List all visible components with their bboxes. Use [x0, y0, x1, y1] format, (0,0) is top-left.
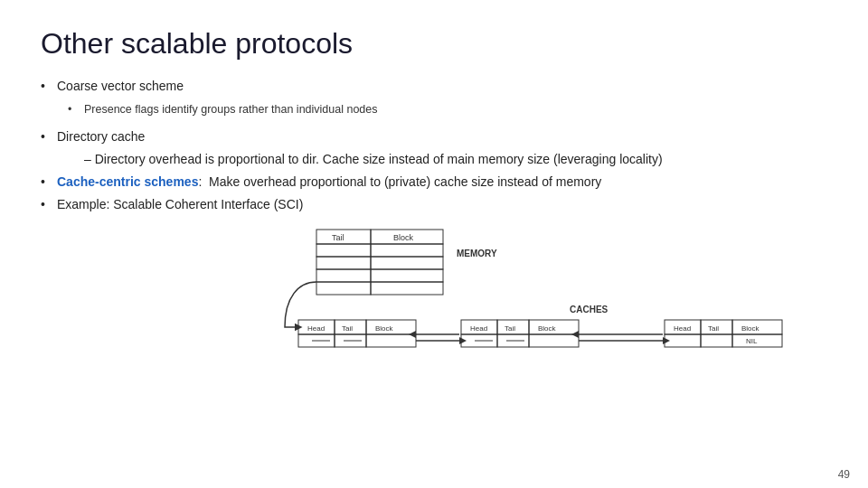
slide-title: Other scalable protocols — [41, 27, 827, 61]
svg-rect-33 — [529, 334, 579, 347]
bullet-marker-1a: • — [68, 101, 84, 118]
bullet-marker-1: • — [41, 77, 57, 96]
svg-marker-51 — [663, 337, 670, 344]
svg-text:Head: Head — [307, 324, 325, 333]
svg-rect-44 — [732, 334, 782, 347]
bullet-presence-flags-text: Presence flags identify groups rather th… — [84, 101, 378, 118]
svg-text:Tail: Tail — [505, 324, 515, 333]
bullet-cache-centric: • Cache-centric schemes: Make overhead p… — [41, 173, 827, 192]
indent-directory-overhead: – Directory overhead is proportional to … — [84, 150, 827, 169]
svg-text:Tail: Tail — [708, 324, 719, 333]
bullet-directory-cache-text: Directory cache — [57, 127, 145, 146]
svg-rect-7 — [371, 257, 443, 269]
svg-rect-22 — [366, 334, 416, 347]
svg-marker-49 — [409, 331, 416, 338]
svg-text:Block: Block — [375, 324, 394, 333]
bullet-directory-cache: • Directory cache — [41, 127, 827, 146]
svg-rect-8 — [316, 269, 371, 282]
svg-marker-47 — [459, 337, 467, 344]
bullet-marker-4: • — [41, 195, 57, 214]
svg-rect-9 — [371, 269, 443, 282]
svg-rect-4 — [316, 244, 371, 257]
svg-rect-11 — [371, 282, 443, 295]
svg-text:Block: Block — [393, 233, 414, 242]
bullet-presence-flags: • Presence flags identify groups rather … — [68, 101, 827, 118]
svg-text:MEMORY: MEMORY — [457, 249, 497, 258]
bullet-sci-example: • Example: Scalable Coherent Interface (… — [41, 195, 827, 214]
sci-diagram: Tail Block MEMORY CACHES Head Tail Block — [59, 225, 827, 365]
page-number: 49 — [838, 468, 850, 481]
bullet-marker-2: • — [41, 127, 57, 146]
svg-text:Block: Block — [538, 324, 557, 333]
svg-text:CACHES: CACHES — [570, 305, 609, 314]
svg-text:Head: Head — [674, 324, 691, 333]
svg-rect-43 — [701, 334, 732, 347]
diagram-area: Tail Block MEMORY CACHES Head Tail Block — [59, 225, 827, 365]
svg-rect-5 — [371, 244, 443, 257]
svg-rect-10 — [316, 282, 371, 295]
bullet-cache-centric-text: Cache-centric schemes: Make overhead pro… — [57, 173, 601, 192]
cache-centric-label: Cache-centric schemes — [57, 174, 198, 189]
content-area: • Coarse vector scheme • Presence flags … — [41, 77, 827, 214]
svg-text:Block: Block — [741, 324, 760, 333]
bullet-sci-example-text: Example: Scalable Coherent Interface (SC… — [57, 195, 303, 214]
bullet-coarse-vector: • Coarse vector scheme — [41, 77, 827, 96]
bullet-marker-3: • — [41, 173, 57, 192]
svg-rect-6 — [316, 257, 371, 269]
svg-marker-53 — [571, 331, 579, 338]
svg-text:NIL: NIL — [746, 337, 758, 345]
bullet-coarse-vector-text: Coarse vector scheme — [57, 77, 184, 96]
svg-text:Head: Head — [470, 324, 487, 333]
slide: Other scalable protocols • Coarse vector… — [0, 0, 868, 488]
svg-text:Tail: Tail — [342, 324, 353, 333]
svg-text:Tail: Tail — [332, 233, 344, 242]
